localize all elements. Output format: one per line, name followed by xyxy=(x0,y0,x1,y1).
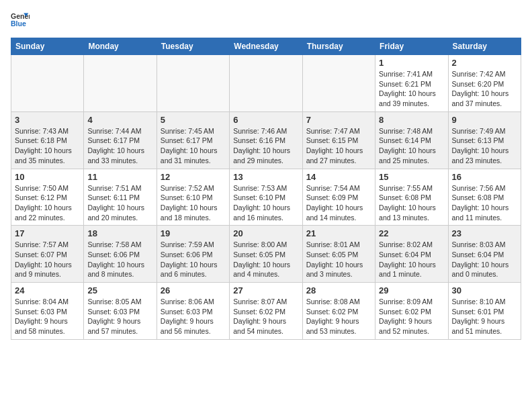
day-number: 15 xyxy=(379,172,444,182)
calendar-week-row: 17Sunrise: 7:57 AM Sunset: 6:07 PM Dayli… xyxy=(11,226,521,283)
svg-text:Blue: Blue xyxy=(11,19,26,28)
calendar-cell: 20Sunrise: 8:00 AM Sunset: 6:05 PM Dayli… xyxy=(230,226,302,283)
day-number: 22 xyxy=(379,228,444,238)
day-info: Sunrise: 7:41 AM Sunset: 6:21 PM Dayligh… xyxy=(379,69,444,109)
day-info: Sunrise: 7:45 AM Sunset: 6:17 PM Dayligh… xyxy=(161,126,226,166)
calendar-table: SundayMondayTuesdayWednesdayThursdayFrid… xyxy=(11,38,521,340)
day-number: 29 xyxy=(379,285,444,295)
calendar-cell: 27Sunrise: 8:07 AM Sunset: 6:02 PM Dayli… xyxy=(230,283,302,340)
day-number: 30 xyxy=(452,285,517,295)
day-number: 11 xyxy=(87,172,152,182)
calendar-cell: 15Sunrise: 7:55 AM Sunset: 6:08 PM Dayli… xyxy=(375,169,448,226)
day-number: 19 xyxy=(161,228,226,238)
day-number: 5 xyxy=(161,115,226,125)
calendar-cell xyxy=(302,55,375,112)
day-number: 16 xyxy=(452,172,517,182)
day-info: Sunrise: 8:04 AM Sunset: 6:03 PM Dayligh… xyxy=(15,297,80,336)
day-info: Sunrise: 8:07 AM Sunset: 6:02 PM Dayligh… xyxy=(233,297,298,336)
calendar-cell: 22Sunrise: 8:02 AM Sunset: 6:04 PM Dayli… xyxy=(375,226,448,283)
day-info: Sunrise: 7:50 AM Sunset: 6:12 PM Dayligh… xyxy=(15,183,80,223)
day-info: Sunrise: 7:57 AM Sunset: 6:07 PM Dayligh… xyxy=(15,240,80,279)
calendar-cell: 30Sunrise: 8:10 AM Sunset: 6:01 PM Dayli… xyxy=(448,283,521,340)
day-number: 6 xyxy=(233,115,298,125)
calendar-cell: 26Sunrise: 8:06 AM Sunset: 6:03 PM Dayli… xyxy=(157,283,229,340)
day-info: Sunrise: 8:03 AM Sunset: 6:04 PM Dayligh… xyxy=(452,240,517,279)
day-info: Sunrise: 7:59 AM Sunset: 6:06 PM Dayligh… xyxy=(161,240,226,279)
day-info: Sunrise: 7:48 AM Sunset: 6:14 PM Dayligh… xyxy=(379,126,444,166)
weekday-header-row: SundayMondayTuesdayWednesdayThursdayFrid… xyxy=(11,38,521,55)
calendar-cell: 12Sunrise: 7:52 AM Sunset: 6:10 PM Dayli… xyxy=(157,169,229,226)
calendar-cell: 29Sunrise: 8:09 AM Sunset: 6:02 PM Dayli… xyxy=(375,283,448,340)
day-info: Sunrise: 7:56 AM Sunset: 6:08 PM Dayligh… xyxy=(452,183,517,223)
day-info: Sunrise: 8:09 AM Sunset: 6:02 PM Dayligh… xyxy=(379,297,444,336)
day-info: Sunrise: 8:08 AM Sunset: 6:02 PM Dayligh… xyxy=(306,297,371,336)
day-number: 17 xyxy=(15,228,80,238)
day-number: 27 xyxy=(233,285,298,295)
day-info: Sunrise: 8:01 AM Sunset: 6:05 PM Dayligh… xyxy=(306,240,371,279)
day-info: Sunrise: 7:58 AM Sunset: 6:06 PM Dayligh… xyxy=(87,240,152,279)
day-info: Sunrise: 7:54 AM Sunset: 6:09 PM Dayligh… xyxy=(306,183,371,223)
day-info: Sunrise: 7:55 AM Sunset: 6:08 PM Dayligh… xyxy=(379,183,444,223)
day-number: 26 xyxy=(161,285,226,295)
calendar-cell: 13Sunrise: 7:53 AM Sunset: 6:10 PM Dayli… xyxy=(230,169,302,226)
weekday-header-sunday: Sunday xyxy=(11,38,84,55)
day-info: Sunrise: 7:47 AM Sunset: 6:15 PM Dayligh… xyxy=(306,126,371,166)
day-number: 9 xyxy=(452,115,517,125)
calendar-cell: 8Sunrise: 7:48 AM Sunset: 6:14 PM Daylig… xyxy=(375,111,448,169)
calendar-cell: 17Sunrise: 7:57 AM Sunset: 6:07 PM Dayli… xyxy=(11,226,84,283)
day-info: Sunrise: 7:46 AM Sunset: 6:16 PM Dayligh… xyxy=(233,126,298,166)
calendar-cell: 24Sunrise: 8:04 AM Sunset: 6:03 PM Dayli… xyxy=(11,283,84,340)
calendar-cell: 2Sunrise: 7:42 AM Sunset: 6:20 PM Daylig… xyxy=(448,55,521,112)
weekday-header-tuesday: Tuesday xyxy=(157,38,229,55)
calendar-cell xyxy=(11,55,84,112)
calendar-cell: 9Sunrise: 7:49 AM Sunset: 6:13 PM Daylig… xyxy=(448,111,521,169)
calendar-week-row: 10Sunrise: 7:50 AM Sunset: 6:12 PM Dayli… xyxy=(11,169,521,226)
calendar-cell: 3Sunrise: 7:43 AM Sunset: 6:18 PM Daylig… xyxy=(11,111,84,169)
day-info: Sunrise: 8:05 AM Sunset: 6:03 PM Dayligh… xyxy=(87,297,152,336)
day-number: 25 xyxy=(87,285,152,295)
calendar-cell: 5Sunrise: 7:45 AM Sunset: 6:17 PM Daylig… xyxy=(157,111,229,169)
calendar-cell: 25Sunrise: 8:05 AM Sunset: 6:03 PM Dayli… xyxy=(84,283,157,340)
calendar-cell: 10Sunrise: 7:50 AM Sunset: 6:12 PM Dayli… xyxy=(11,169,84,226)
calendar-cell xyxy=(84,55,157,112)
day-info: Sunrise: 7:52 AM Sunset: 6:10 PM Dayligh… xyxy=(161,183,226,223)
weekday-header-monday: Monday xyxy=(84,38,157,55)
day-info: Sunrise: 8:06 AM Sunset: 6:03 PM Dayligh… xyxy=(161,297,226,336)
calendar-cell: 19Sunrise: 7:59 AM Sunset: 6:06 PM Dayli… xyxy=(157,226,229,283)
day-info: Sunrise: 7:43 AM Sunset: 6:18 PM Dayligh… xyxy=(15,126,80,166)
calendar-cell: 6Sunrise: 7:46 AM Sunset: 6:16 PM Daylig… xyxy=(230,111,302,169)
day-info: Sunrise: 8:10 AM Sunset: 6:01 PM Dayligh… xyxy=(452,297,517,336)
day-number: 23 xyxy=(452,228,517,238)
day-number: 21 xyxy=(306,228,371,238)
calendar-cell: 7Sunrise: 7:47 AM Sunset: 6:15 PM Daylig… xyxy=(302,111,375,169)
logo: General Blue xyxy=(11,11,32,30)
calendar-week-row: 1Sunrise: 7:41 AM Sunset: 6:21 PM Daylig… xyxy=(11,55,521,112)
day-number: 8 xyxy=(379,115,444,125)
page-header: General Blue xyxy=(11,11,521,30)
day-number: 7 xyxy=(306,115,371,125)
calendar-cell: 21Sunrise: 8:01 AM Sunset: 6:05 PM Dayli… xyxy=(302,226,375,283)
day-number: 2 xyxy=(452,58,517,68)
day-number: 12 xyxy=(161,172,226,182)
day-number: 13 xyxy=(233,172,298,182)
day-info: Sunrise: 8:00 AM Sunset: 6:05 PM Dayligh… xyxy=(233,240,298,279)
calendar-cell: 28Sunrise: 8:08 AM Sunset: 6:02 PM Dayli… xyxy=(302,283,375,340)
calendar-cell: 18Sunrise: 7:58 AM Sunset: 6:06 PM Dayli… xyxy=(84,226,157,283)
day-info: Sunrise: 7:51 AM Sunset: 6:11 PM Dayligh… xyxy=(87,183,152,223)
day-info: Sunrise: 7:49 AM Sunset: 6:13 PM Dayligh… xyxy=(452,126,517,166)
calendar-cell: 1Sunrise: 7:41 AM Sunset: 6:21 PM Daylig… xyxy=(375,55,448,112)
calendar-cell: 14Sunrise: 7:54 AM Sunset: 6:09 PM Dayli… xyxy=(302,169,375,226)
day-number: 4 xyxy=(87,115,152,125)
weekday-header-saturday: Saturday xyxy=(448,38,521,55)
calendar-cell: 16Sunrise: 7:56 AM Sunset: 6:08 PM Dayli… xyxy=(448,169,521,226)
day-info: Sunrise: 7:44 AM Sunset: 6:17 PM Dayligh… xyxy=(87,126,152,166)
day-number: 28 xyxy=(306,285,371,295)
day-info: Sunrise: 7:53 AM Sunset: 6:10 PM Dayligh… xyxy=(233,183,298,223)
calendar-cell xyxy=(230,55,302,112)
day-number: 24 xyxy=(15,285,80,295)
day-info: Sunrise: 8:02 AM Sunset: 6:04 PM Dayligh… xyxy=(379,240,444,279)
calendar-cell: 23Sunrise: 8:03 AM Sunset: 6:04 PM Dayli… xyxy=(448,226,521,283)
day-number: 3 xyxy=(15,115,80,125)
calendar-week-row: 24Sunrise: 8:04 AM Sunset: 6:03 PM Dayli… xyxy=(11,283,521,340)
day-number: 1 xyxy=(379,58,444,68)
